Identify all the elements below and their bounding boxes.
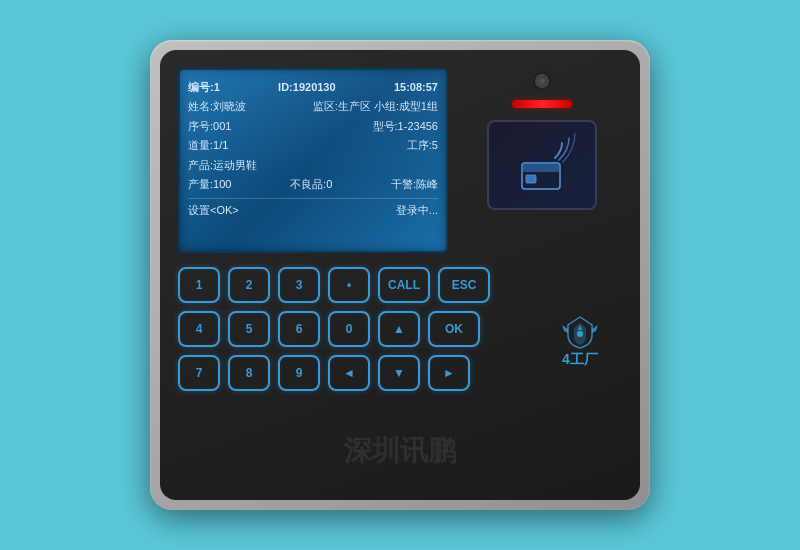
screen-defect: 不良品:0 (290, 177, 332, 192)
svg-point-3 (577, 331, 583, 337)
screen-id-label: 编号:1 (188, 80, 220, 95)
key-1[interactable]: 1 (178, 267, 220, 303)
key-2[interactable]: 2 (228, 267, 270, 303)
watermark: 深圳讯鹏 (344, 432, 456, 470)
screen-row-6: 产量:100 不良品:0 干警:陈峰 (188, 175, 438, 194)
screen-row-2: 姓名:刘晓波 监区:生产区 小组:成型1组 (188, 97, 438, 116)
logo-icon (560, 315, 600, 349)
screen-name: 姓名:刘晓波 (188, 99, 246, 114)
device-inner: 编号:1 ID:1920130 15:08:57 姓名:刘晓波 监区:生产区 小… (160, 50, 640, 500)
key-8[interactable]: 8 (228, 355, 270, 391)
screen-card-id: ID:1920130 (278, 80, 336, 95)
key-5[interactable]: 5 (228, 311, 270, 347)
screen-time: 15:08:57 (394, 80, 438, 95)
key-down[interactable]: ▼ (378, 355, 420, 391)
logo-area: 4工厂 (560, 315, 600, 369)
card-reader-icon (507, 133, 577, 198)
device-outer: 编号:1 ID:1920130 15:08:57 姓名:刘晓波 监区:生产区 小… (150, 40, 650, 510)
card-reader (487, 120, 597, 210)
key-3[interactable]: 3 (278, 267, 320, 303)
screen-product: 产品:运动男鞋 (188, 158, 257, 173)
key-6[interactable]: 6 (278, 311, 320, 347)
key-esc[interactable]: ESC (438, 267, 490, 303)
screen-row-7: 设置<OK> 登录中... (188, 198, 438, 220)
key-ok[interactable]: OK (428, 311, 480, 347)
key-left[interactable]: ◄ (328, 355, 370, 391)
lcd-screen: 编号:1 ID:1920130 15:08:57 姓名:刘晓波 监区:生产区 小… (178, 68, 448, 253)
screen-amount: 道量:1/1 (188, 138, 228, 153)
screen-process: 工序:5 (407, 138, 438, 153)
key-right[interactable]: ► (428, 355, 470, 391)
key-0[interactable]: 0 (328, 311, 370, 347)
top-section: 编号:1 ID:1920130 15:08:57 姓名:刘晓波 监区:生产区 小… (178, 68, 622, 253)
svg-rect-1 (522, 163, 560, 172)
screen-status: 登录中... (396, 203, 438, 218)
screen-row-1: 编号:1 ID:1920130 15:08:57 (188, 78, 438, 97)
screen-zone: 监区:生产区 小组:成型1组 (313, 99, 438, 114)
key-up[interactable]: ▲ (378, 311, 420, 347)
right-panel (462, 68, 622, 210)
keypad-row-1: 1 2 3 • CALL ESC (178, 267, 490, 303)
screen-row-4: 道量:1/1 工序:5 (188, 136, 438, 155)
screen-model: 型号:1-23456 (373, 119, 438, 134)
keypad: 1 2 3 • CALL ESC 4 5 6 0 ▲ OK 7 8 (178, 267, 490, 391)
svg-rect-2 (526, 175, 536, 183)
key-9[interactable]: 9 (278, 355, 320, 391)
screen-seq: 序号:001 (188, 119, 231, 134)
screen-guard: 干警:陈峰 (391, 177, 438, 192)
camera-lens (535, 74, 549, 88)
screen-setup: 设置<OK> (188, 203, 239, 218)
keypad-row-2: 4 5 6 0 ▲ OK (178, 311, 490, 347)
bottom-section: 1 2 3 • CALL ESC 4 5 6 0 ▲ OK 7 8 (178, 267, 622, 391)
key-4[interactable]: 4 (178, 311, 220, 347)
keypad-row-3: 7 8 9 ◄ ▼ ► (178, 355, 490, 391)
screen-output: 产量:100 (188, 177, 231, 192)
screen-row-5: 产品:运动男鞋 (188, 156, 438, 175)
key-dot[interactable]: • (328, 267, 370, 303)
key-call[interactable]: CALL (378, 267, 430, 303)
screen-row-3: 序号:001 型号:1-23456 (188, 117, 438, 136)
logo-text: 4工厂 (562, 351, 598, 369)
key-7[interactable]: 7 (178, 355, 220, 391)
red-strip (512, 100, 572, 108)
